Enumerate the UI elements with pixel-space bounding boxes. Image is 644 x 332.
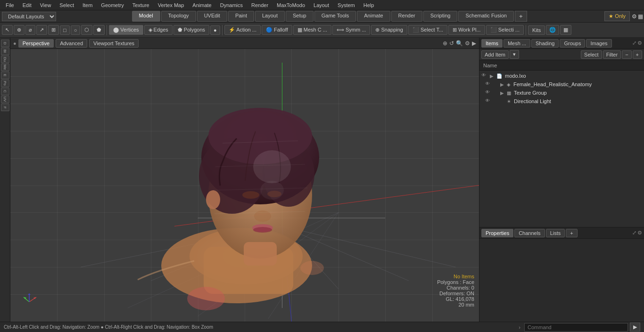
sidebar-item-d[interactable]: D <box>1 40 9 47</box>
sidebar-item-me[interactable]: Me <box>1 64 9 71</box>
layout-tab-scripting[interactable]: Scripting <box>423 11 458 22</box>
layout-tab-model[interactable]: Model <box>132 11 160 22</box>
viewport-icon-btn-4[interactable]: ⚙ <box>465 40 470 47</box>
tool-lasso-btn[interactable]: ⌀ <box>25 25 35 35</box>
kits-button[interactable]: Kits <box>528 25 545 35</box>
selecti-button[interactable]: ⬛ Selecti ... <box>486 25 524 35</box>
items-tab-items[interactable]: Items <box>481 39 503 48</box>
menu-system[interactable]: System <box>334 1 359 9</box>
eye-icon[interactable]: 👁 <box>485 98 492 105</box>
menu-edit[interactable]: Edit <box>19 1 35 9</box>
layout-tab-setup[interactable]: Setup <box>286 11 314 22</box>
eye-icon[interactable]: 👁 <box>485 89 492 96</box>
vertices-button[interactable]: ⬤ Vertices <box>109 25 143 35</box>
eye-icon[interactable]: 👁 <box>485 81 492 88</box>
list-item[interactable]: 👁 ▶ 📄 modo.lxo <box>479 72 644 80</box>
layout-tab-gametools[interactable]: Game Tools <box>314 11 356 22</box>
run-command-button[interactable]: ▶ <box>630 323 640 332</box>
tool-sphere-btn[interactable]: ○ <box>71 25 81 35</box>
layout-tab-schematic[interactable]: Schematic Fusion <box>458 11 513 22</box>
edges-button[interactable]: ◈ Edges <box>144 25 173 35</box>
viewport-icon-btn-2[interactable]: ↺ <box>449 40 454 47</box>
layout-settings-icon[interactable]: ⚙ <box>632 13 637 20</box>
layout-tab-layout[interactable]: Layout <box>255 11 285 22</box>
menu-render[interactable]: Render <box>248 1 272 9</box>
sidebar-item-po[interactable]: Po <box>1 80 9 87</box>
add-item-button[interactable]: Add Item <box>481 50 509 59</box>
sidebar-item-f[interactable]: F <box>1 104 9 111</box>
layout-dropdown[interactable]: Default Layouts <box>2 12 56 21</box>
symmetry-button[interactable]: ⟺ Symm ... <box>332 25 370 35</box>
layout-extra-button[interactable]: ▦ <box>638 13 643 20</box>
tool-ngon-btn[interactable]: ⬟ <box>93 25 105 35</box>
menu-dynamics[interactable]: Dynamics <box>216 1 247 9</box>
viewport-tab-textures[interactable]: Viewport Textures <box>89 39 139 48</box>
sidebar-item-e[interactable]: E <box>1 72 9 79</box>
menu-maxtomodo[interactable]: MaxToModo <box>273 1 309 9</box>
menu-animate[interactable]: Animate <box>189 1 215 9</box>
tool-circle-btn[interactable]: ⊕ <box>14 25 25 35</box>
sidebar-item-bl[interactable]: Bl <box>1 48 9 55</box>
menu-file[interactable]: File <box>2 1 18 9</box>
props-expand-icon-btn[interactable]: ⤢ <box>632 230 636 236</box>
sidebar-item-du[interactable]: Du <box>1 56 9 63</box>
items-plus-button[interactable]: + <box>633 50 642 59</box>
viewport-icon-btn-5[interactable]: ▶ <box>472 40 476 47</box>
expand-arrow[interactable]: ▶ <box>500 90 504 96</box>
menu-view[interactable]: View <box>36 1 55 9</box>
menu-vertex-map[interactable]: Vertex Map <box>154 1 188 9</box>
select-t-button[interactable]: ⬛ Select T... <box>408 25 447 35</box>
menu-layout[interactable]: Layout <box>310 1 333 9</box>
snapping-button[interactable]: ⊕ Snapping <box>371 25 407 35</box>
viewport-tab-advanced[interactable]: Advanced <box>56 39 87 48</box>
panel-settings-icon-btn[interactable]: ⚙ <box>637 40 642 46</box>
expand-arrow[interactable]: ▶ <box>490 73 494 79</box>
items-tab-mesh[interactable]: Mesh ... <box>504 39 530 48</box>
list-item[interactable]: 👁 ▶ ▦ Texture Group <box>483 89 644 97</box>
layout-tab-paint[interactable]: Paint <box>228 11 254 22</box>
tool-rect-btn[interactable]: □ <box>60 25 70 35</box>
layout-tab-render[interactable]: Render <box>391 11 422 22</box>
eye-icon[interactable]: 👁 <box>481 73 488 79</box>
viewport-icon-btn-1[interactable]: ⊕ <box>443 40 447 47</box>
items-tab-images[interactable]: Images <box>586 39 611 48</box>
work-plane-button[interactable]: ⊞ Work Pl... <box>448 25 485 35</box>
command-input[interactable] <box>524 323 628 332</box>
menu-item[interactable]: Item <box>79 1 96 9</box>
tool-hex-btn[interactable]: ⬡ <box>81 25 92 35</box>
expand-icon-btn[interactable]: ⤢ <box>632 40 636 46</box>
mode-toggle-btn[interactable]: ● <box>210 25 220 35</box>
action-button[interactable]: ⚡ Action ... <box>224 25 261 35</box>
polygons-button[interactable]: ⬟ Polygons <box>173 25 209 35</box>
menu-help[interactable]: Help <box>360 1 378 9</box>
items-tab-shading[interactable]: Shading <box>531 39 559 48</box>
menu-texture[interactable]: Texture <box>129 1 153 9</box>
tool-select-btn[interactable]: ↖ <box>2 25 13 35</box>
props-tab-properties[interactable]: Properties <box>481 229 513 237</box>
props-settings-icon-btn[interactable]: ⚙ <box>637 230 642 236</box>
viewport-tab-perspective[interactable]: Perspective <box>18 39 54 48</box>
viewport-3d[interactable]: No Items Polygons : Face Channels: 0 Def… <box>10 49 479 322</box>
items-tab-groups[interactable]: Groups <box>560 39 585 48</box>
items-minus-button[interactable]: − <box>622 50 631 59</box>
menu-geometry[interactable]: Geometry <box>97 1 127 9</box>
sidebar-item-c[interactable]: C <box>1 88 9 95</box>
viewport-settings-icon[interactable]: ● <box>13 40 17 46</box>
list-item[interactable]: 👁 ☀ Directional Light <box>483 97 644 105</box>
tool-transform-btn[interactable]: ↗ <box>36 25 47 35</box>
props-tab-add[interactable]: + <box>566 229 577 237</box>
list-item[interactable]: 👁 ▶ ◈ Female_Head_Realistic_Anatomy <box>483 80 644 89</box>
layout-tab-topology[interactable]: Topology <box>161 11 196 22</box>
expand-arrow[interactable]: ▶ <box>500 82 504 87</box>
items-select-button[interactable]: Select <box>581 50 602 59</box>
sidebar-item-uv[interactable]: UV <box>1 96 9 103</box>
viewport-icon-btn-3[interactable]: 🔍 <box>456 40 463 47</box>
tool-box-btn[interactable]: ⊞ <box>48 25 59 35</box>
layout-tab-uvedit[interactable]: UVEdit <box>197 11 227 22</box>
falloff-button[interactable]: 🔵 Falloff <box>262 25 292 35</box>
items-filter-button[interactable]: Filter <box>603 50 621 59</box>
props-tab-lists[interactable]: Lists <box>546 229 565 237</box>
layout-tab-animate[interactable]: Animate <box>357 11 390 22</box>
star-only-button[interactable]: ★ Only <box>604 11 630 21</box>
grid-icon-btn[interactable]: ▦ <box>560 25 571 35</box>
